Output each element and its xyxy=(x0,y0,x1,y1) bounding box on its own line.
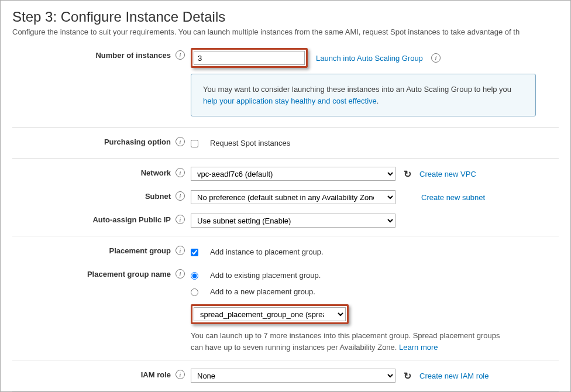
placement-checkbox-label: Add instance to placement group. xyxy=(210,247,324,256)
subnet-select[interactable]: No preference (default subnet in any Ava… xyxy=(191,190,395,204)
info-icon[interactable]: i xyxy=(176,269,185,278)
info-icon[interactable]: i xyxy=(176,215,185,224)
label-network: Network xyxy=(141,169,171,177)
radio-existing-label: Add to existing placement group. xyxy=(210,271,321,280)
notice-text: You may want to consider launching these… xyxy=(203,85,511,94)
label-instances: Number of instances xyxy=(95,51,171,60)
info-icon[interactable]: i xyxy=(176,246,185,255)
notice-link[interactable]: help your application stay healthy and c… xyxy=(203,97,377,105)
info-icon[interactable]: i xyxy=(176,137,185,146)
refresh-icon[interactable]: ↻ xyxy=(404,370,411,381)
divider xyxy=(12,391,559,391)
label-placement: Placement group xyxy=(109,246,171,255)
auto-scaling-notice: You may want to consider launching these… xyxy=(191,74,536,116)
notice-dot: . xyxy=(377,97,379,105)
publicip-select[interactable]: Use subnet setting (Enable) xyxy=(191,214,395,228)
info-icon[interactable]: i xyxy=(176,50,185,60)
instances-input[interactable] xyxy=(194,51,305,65)
divider xyxy=(12,236,559,236)
divider xyxy=(12,127,559,128)
link-learn-more[interactable]: Learn more xyxy=(399,343,438,352)
row-placement-name: Placement group name i Add to existing p… xyxy=(1,263,570,356)
placement-checkbox[interactable] xyxy=(191,249,198,256)
info-icon[interactable]: i xyxy=(176,168,185,177)
info-icon[interactable]: i xyxy=(431,53,441,63)
label-subnet: Subnet xyxy=(145,192,171,201)
info-icon[interactable]: i xyxy=(176,370,185,379)
row-instances: Number of instances i Launch into Auto S… xyxy=(1,44,570,123)
divider xyxy=(12,360,559,360)
row-network: Network i vpc-aeadf7c6 (default) ↻ Creat… xyxy=(1,162,570,185)
radio-new-label: Add to a new placement group. xyxy=(210,287,315,296)
link-create-iam[interactable]: Create new IAM role xyxy=(419,372,489,380)
row-purchasing: Purchasing option i Request Spot instanc… xyxy=(1,131,570,154)
divider xyxy=(12,158,559,159)
refresh-icon[interactable]: ↻ xyxy=(404,169,411,180)
placement-help-text: You can launch up to 7 more instances in… xyxy=(191,331,500,352)
highlight-instances xyxy=(191,48,308,68)
page-title: Step 3: Configure Instance Details xyxy=(1,1,570,27)
link-create-subnet[interactable]: Create new subnet xyxy=(421,193,485,202)
link-create-vpc[interactable]: Create new VPC xyxy=(419,170,476,178)
row-placement: Placement group i Add instance to placem… xyxy=(1,240,570,263)
spot-label: Request Spot instances xyxy=(210,139,290,147)
label-iam: IAM role xyxy=(141,370,171,379)
placement-group-select[interactable]: spread_placement_group_one (spread) xyxy=(194,307,346,321)
network-select[interactable]: vpc-aeadf7c6 (default) xyxy=(191,167,395,181)
label-placement-name: Placement group name xyxy=(87,270,171,278)
info-icon[interactable]: i xyxy=(176,191,185,201)
link-auto-scaling[interactable]: Launch into Auto Scaling Group xyxy=(316,54,423,63)
radio-new-group[interactable] xyxy=(191,288,198,296)
label-purchasing: Purchasing option xyxy=(104,137,171,146)
spot-checkbox[interactable] xyxy=(191,140,198,147)
row-iam: IAM role i None ↻ Create new IAM role xyxy=(1,364,570,387)
row-subnet: Subnet i No preference (default subnet i… xyxy=(1,185,570,209)
page-subtitle: Configure the instance to suit your requ… xyxy=(1,27,570,44)
highlight-placement-select: spread_placement_group_one (spread) xyxy=(191,304,349,324)
label-publicip: Auto-assign Public IP xyxy=(92,215,171,224)
row-publicip: Auto-assign Public IP i Use subnet setti… xyxy=(1,209,570,232)
radio-existing-group[interactable] xyxy=(191,272,198,280)
iam-select[interactable]: None xyxy=(191,369,395,383)
placement-help: You can launch up to 7 more instances in… xyxy=(191,330,507,353)
